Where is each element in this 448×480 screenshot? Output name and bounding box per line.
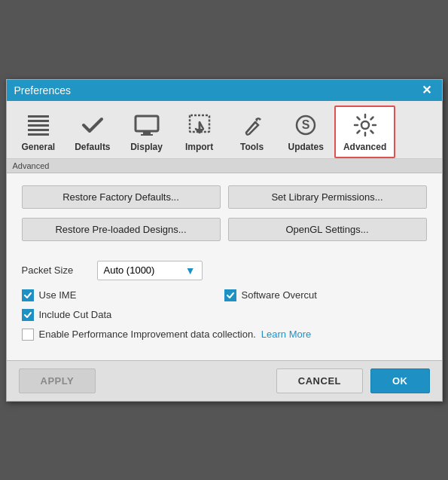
svg-point-15 [361, 121, 369, 129]
svg-line-12 [246, 122, 255, 133]
bottom-bar: APPLY CANCEL OK [7, 360, 442, 401]
general-label: General [22, 142, 56, 152]
use-ime-item: Use IME [22, 289, 224, 301]
set-library-button[interactable]: Set Library Permissions... [228, 185, 427, 209]
software-overcut-item: Software Overcut [224, 289, 427, 301]
toolbar-item-updates[interactable]: S Updates [279, 105, 333, 158]
import-icon [186, 112, 213, 139]
dropdown-arrow-icon: ▼ [185, 264, 196, 277]
toolbar: General Defaults Display [7, 101, 442, 159]
updates-label: Updates [288, 142, 324, 152]
bottom-right: CANCEL OK [276, 368, 430, 393]
packet-size-row: Packet Size Auto (1000) ▼ [22, 261, 427, 280]
include-cut-data-checkbox[interactable] [22, 309, 34, 321]
tools-label: Tools [240, 142, 264, 152]
enable-performance-checkbox[interactable] [22, 329, 34, 341]
toolbar-item-advanced[interactable]: Advanced [334, 105, 395, 158]
breadcrumb: Advanced [7, 159, 442, 173]
software-overcut-checkbox[interactable] [224, 289, 236, 301]
opengl-button[interactable]: OpenGL Settings... [228, 218, 427, 241]
cancel-button[interactable]: CANCEL [276, 368, 363, 393]
restore-factory-button[interactable]: Restore Factory Defaults... [22, 185, 221, 209]
checkbox-row-2: Include Cut Data [22, 309, 427, 321]
button-row-2: Restore Pre-loaded Designs... OpenGL Set… [22, 218, 427, 241]
toolbar-item-general[interactable]: General [13, 105, 65, 158]
include-cut-data-label: Include Cut Data [39, 309, 112, 320]
display-icon [133, 112, 160, 139]
apply-button[interactable]: APPLY [19, 368, 96, 393]
packet-size-label: Packet Size [22, 264, 97, 276]
button-row-1: Restore Factory Defaults... Set Library … [22, 185, 427, 209]
learn-more-link[interactable]: Learn More [261, 329, 311, 340]
breadcrumb-text: Advanced [13, 161, 50, 170]
software-overcut-label: Software Overcut [242, 289, 317, 301]
toolbar-item-display[interactable]: Display [121, 105, 172, 158]
svg-rect-0 [28, 115, 49, 118]
advanced-icon [352, 112, 379, 139]
enable-performance-label: Enable Performance Improvement data coll… [39, 329, 256, 340]
svg-text:S: S [302, 118, 310, 131]
toolbar-item-defaults[interactable]: Defaults [66, 105, 119, 158]
checkbox-row-1: Use IME Software Overcut [22, 289, 427, 301]
tools-icon [239, 112, 266, 139]
display-label: Display [130, 142, 163, 152]
close-button[interactable]: ✕ [419, 84, 434, 96]
general-icon [25, 112, 52, 139]
use-ime-checkbox[interactable] [22, 289, 34, 301]
packet-size-select[interactable]: Auto (1000) ▼ [97, 261, 203, 280]
window-title: Preferences [14, 84, 71, 96]
svg-rect-3 [28, 129, 49, 131]
enable-performance-item: Enable Performance Improvement data coll… [22, 329, 427, 341]
advanced-label: Advanced [343, 142, 386, 152]
svg-rect-1 [28, 120, 49, 122]
use-ime-label: Use IME [39, 289, 77, 301]
svg-rect-4 [28, 133, 49, 136]
include-cut-data-item: Include Cut Data [22, 309, 427, 321]
import-label: Import [185, 142, 213, 152]
restore-preloaded-button[interactable]: Restore Pre-loaded Designs... [22, 218, 221, 241]
defaults-icon [79, 112, 106, 139]
svg-rect-5 [136, 116, 158, 131]
updates-icon: S [292, 112, 319, 139]
bottom-left: APPLY [19, 368, 96, 393]
toolbar-item-tools[interactable]: Tools [227, 105, 278, 158]
svg-rect-6 [143, 132, 151, 134]
content-area: Restore Factory Defaults... Set Library … [7, 173, 442, 360]
toolbar-item-import[interactable]: Import [174, 105, 225, 158]
preferences-window: Preferences ✕ General [6, 79, 443, 402]
svg-rect-7 [141, 134, 153, 136]
packet-size-value: Auto (1000) [104, 264, 155, 276]
svg-rect-2 [28, 124, 49, 127]
title-bar: Preferences ✕ [7, 80, 442, 101]
defaults-label: Defaults [75, 142, 110, 152]
checkbox-row-3: Enable Performance Improvement data coll… [22, 329, 427, 341]
ok-button[interactable]: OK [370, 368, 430, 393]
